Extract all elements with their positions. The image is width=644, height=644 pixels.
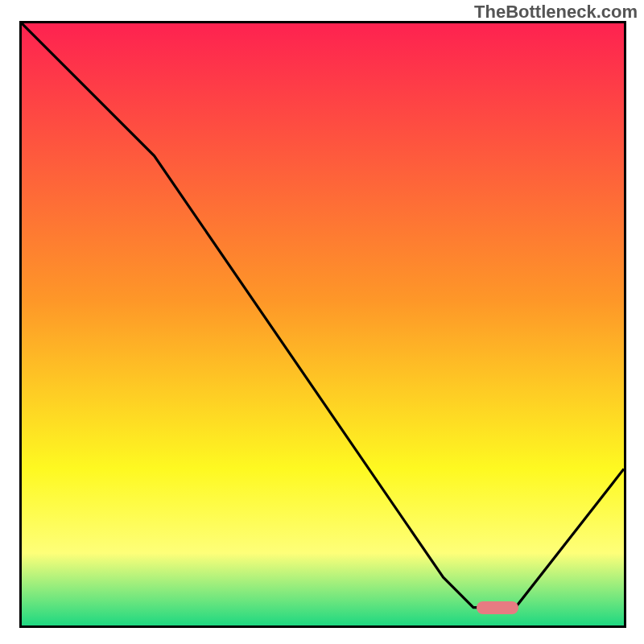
bottleneck-curve [22,23,624,625]
optimal-marker [477,601,518,614]
chart-container: TheBottleneck.com [0,0,644,644]
watermark-text: TheBottleneck.com [474,2,638,23]
plot-frame [19,21,626,628]
